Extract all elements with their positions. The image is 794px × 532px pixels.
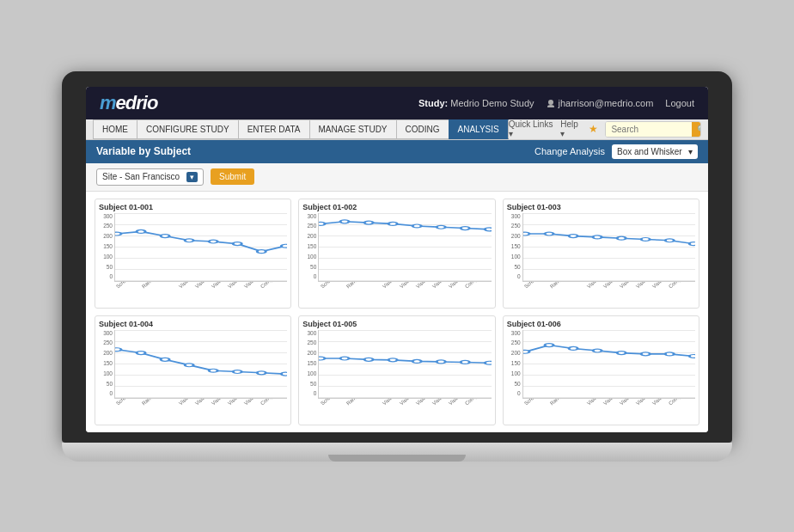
svg-point-46 <box>617 351 626 354</box>
chart-svg-01-006 <box>523 330 695 398</box>
chart-plot-01-006 <box>522 330 695 399</box>
svg-point-15 <box>437 225 446 229</box>
svg-point-32 <box>257 370 266 374</box>
yaxis-01-004: 300250200150100500 <box>99 330 114 399</box>
tab-coding[interactable]: CODING <box>396 119 449 139</box>
chart-card-01-004: Subject 01-004300250200150100500Screenin… <box>95 315 291 425</box>
chart-svg-01-004 <box>115 330 287 398</box>
svg-point-27 <box>137 351 145 354</box>
xaxis-01-004: ScreeningRandomizationVisit 1Visit 2Visi… <box>114 399 287 421</box>
svg-point-34 <box>319 357 325 360</box>
tab-manage-study[interactable]: MANAGE STUDY <box>309 119 396 139</box>
xaxis-01-001: ScreeningRandomizationVisit 1Visit 2Visi… <box>114 282 287 304</box>
nav-right: Quick Links ▾ Help ▾ ★ 🔍 <box>509 119 701 138</box>
logout-button[interactable]: Logout <box>665 98 694 108</box>
laptop-container: medrio Study: Medrio Demo Study jharriso… <box>62 71 732 462</box>
svg-point-7 <box>233 242 241 245</box>
app-logo: medrio <box>100 92 157 114</box>
svg-point-45 <box>593 349 602 352</box>
chart-svg-01-003 <box>523 213 695 281</box>
study-info: Study: Medrio Demo Study <box>418 98 534 108</box>
xaxis-01-003: ScreeningRandomizationVisit 1Visit 2Visi… <box>522 282 695 304</box>
filter-bar: Site - San Francisco ▾ Submit <box>86 163 708 192</box>
yaxis-01-005: 300250200150100500 <box>302 330 318 399</box>
site-label: Site - San Francisco <box>102 172 180 181</box>
page-header: Variable by Subject Change Analysis Box … <box>86 140 708 163</box>
chart-title-01-004: Subject 01-004 <box>99 320 287 328</box>
nav-bar: HOME CONFIGURE STUDY ENTER DATA MANAGE S… <box>86 119 708 140</box>
quick-links[interactable]: Quick Links ▾ <box>509 119 554 138</box>
search-input[interactable] <box>606 122 692 137</box>
svg-point-42 <box>523 350 529 353</box>
svg-point-43 <box>545 343 553 346</box>
help-arrow: ▾ <box>560 129 565 138</box>
search-button[interactable]: 🔍 <box>692 122 701 137</box>
screen: medrio Study: Medrio Demo Study jharriso… <box>86 87 708 432</box>
svg-point-2 <box>115 232 121 235</box>
svg-point-23 <box>641 237 650 241</box>
svg-point-41 <box>486 361 492 364</box>
svg-point-12 <box>364 221 373 224</box>
tab-enter-data[interactable]: ENTER DATA <box>238 119 309 139</box>
svg-point-11 <box>340 219 349 223</box>
svg-point-16 <box>461 226 470 229</box>
quick-links-arrow: ▾ <box>509 129 513 138</box>
study-name: Medrio Demo Study <box>450 98 534 108</box>
chart-svg-01-005 <box>319 330 491 398</box>
svg-point-26 <box>115 347 121 351</box>
app-header: medrio Study: Medrio Demo Study jharriso… <box>86 87 708 119</box>
tab-home[interactable]: HOME <box>93 119 137 139</box>
svg-point-20 <box>569 234 577 237</box>
chart-card-01-006: Subject 01-006300250200150100500Screenin… <box>503 315 699 425</box>
charts-grid: Subject 01-001300250200150100500Screenin… <box>86 192 708 432</box>
svg-point-35 <box>340 357 349 360</box>
svg-point-4 <box>161 234 169 237</box>
svg-point-13 <box>388 222 397 225</box>
chart-title-01-006: Subject 01-006 <box>507 320 695 328</box>
chart-title-01-002: Subject 01-002 <box>302 203 491 211</box>
site-select[interactable]: Site - San Francisco ▾ <box>96 168 204 186</box>
change-analysis-label: Change Analysis <box>534 146 605 156</box>
svg-point-36 <box>364 358 373 361</box>
svg-point-49 <box>689 354 695 358</box>
svg-point-14 <box>413 224 422 228</box>
svg-point-19 <box>545 232 553 235</box>
help-link[interactable]: Help ▾ <box>560 119 582 138</box>
yaxis-01-006: 300250200150100500 <box>507 330 522 399</box>
help-label: Help <box>560 119 578 129</box>
tab-analysis[interactable]: ANALYSIS <box>449 119 509 139</box>
chart-card-01-002: Subject 01-002300250200150100500Screenin… <box>298 199 495 309</box>
search-box: 🔍 <box>605 121 701 138</box>
svg-point-33 <box>281 372 287 376</box>
study-label: Study: <box>418 98 448 108</box>
svg-point-44 <box>569 346 577 350</box>
svg-point-5 <box>185 238 193 242</box>
svg-point-48 <box>665 352 674 355</box>
svg-point-37 <box>388 358 397 361</box>
user-email: jharrison@medrio.com <box>559 98 654 108</box>
chart-card-01-003: Subject 01-003300250200150100500Screenin… <box>503 199 699 309</box>
svg-point-22 <box>617 236 626 240</box>
change-analysis: Change Analysis Box and Whisker ▾ <box>534 144 698 159</box>
svg-point-9 <box>281 244 287 248</box>
svg-point-18 <box>523 232 529 235</box>
screen-bezel: medrio Study: Medrio Demo Study jharriso… <box>62 71 732 443</box>
svg-point-47 <box>641 352 650 355</box>
svg-point-30 <box>209 369 217 372</box>
svg-point-29 <box>185 363 193 366</box>
analysis-select[interactable]: Box and Whisker ▾ <box>612 144 698 159</box>
svg-point-31 <box>233 370 241 373</box>
svg-point-39 <box>437 359 446 363</box>
submit-button[interactable]: Submit <box>211 168 254 185</box>
quick-links-label: Quick Links <box>509 119 553 129</box>
svg-point-10 <box>319 222 325 225</box>
svg-point-40 <box>461 360 470 364</box>
user-info: jharrison@medrio.com <box>547 98 654 108</box>
site-dropdown-arrow: ▾ <box>186 172 198 182</box>
page-title: Variable by Subject <box>96 145 191 157</box>
chart-svg-01-002 <box>319 213 491 281</box>
chart-title-01-001: Subject 01-001 <box>99 203 287 211</box>
yaxis-01-003: 300250200150100500 <box>507 213 522 282</box>
tab-configure[interactable]: CONFIGURE STUDY <box>137 119 238 139</box>
laptop-base <box>62 443 732 462</box>
